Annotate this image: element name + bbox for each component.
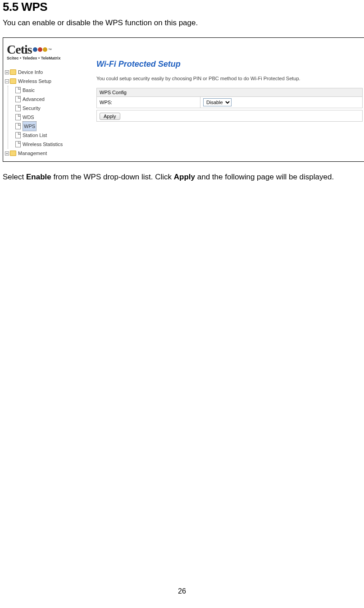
collapse-icon[interactable]: − — [5, 79, 9, 83]
file-icon — [15, 141, 21, 147]
tree-label: Management — [18, 149, 47, 158]
post-instruction-text: Select Enable from the WPS drop-down lis… — [3, 172, 361, 183]
apply-row: Apply — [96, 110, 363, 122]
tree-item-management[interactable]: + Management — [5, 149, 96, 158]
panel-description: You could setup security easily by choos… — [96, 75, 363, 82]
file-icon — [15, 96, 21, 102]
file-icon — [15, 105, 21, 111]
tree-label: Device Info — [18, 68, 43, 77]
wps-label: WPS: — [97, 97, 200, 108]
tree-item-wps[interactable]: WPS — [8, 122, 96, 131]
config-header: WPS Config — [97, 88, 363, 97]
navigation-tree: + Device Info − Wireless Setup Basic — [5, 68, 96, 158]
folder-closed-icon — [10, 151, 16, 156]
logo-text: Cetis — [7, 42, 32, 57]
file-icon — [15, 87, 21, 93]
logo-dots-icon — [33, 47, 47, 52]
panel-title: Wi-Fi Protected Setup — [96, 59, 363, 69]
tree-label: Wireless Statistics — [23, 140, 63, 149]
tree-item-basic[interactable]: Basic — [8, 86, 96, 95]
intro-text: You can enable or disable the WPS functi… — [3, 18, 361, 27]
tree-item-device-info[interactable]: + Device Info — [5, 68, 96, 77]
wps-config-table: WPS Config WPS: Disable — [96, 88, 363, 108]
logo-area: Cetis ™ Scitec • Teledex • TeleMatrix — [5, 41, 96, 65]
sidebar: Cetis ™ Scitec • Teledex • TeleMatrix + … — [3, 38, 96, 161]
file-icon — [15, 123, 21, 129]
tree-item-wds[interactable]: WDS — [8, 113, 96, 122]
wps-dropdown[interactable]: Disable — [203, 98, 232, 106]
logo-trademark: ™ — [48, 48, 52, 52]
tree-label: Security — [23, 104, 41, 113]
tree-label: WDS — [23, 113, 34, 122]
file-icon — [15, 114, 21, 120]
tree-label: Wireless Setup — [18, 77, 51, 86]
main-panel: Wi-Fi Protected Setup You could setup se… — [96, 38, 364, 161]
logo-subtitle: Scitec • Teledex • TeleMatrix — [7, 56, 96, 60]
tree-item-station-list[interactable]: Station List — [8, 131, 96, 140]
tree-label: Advanced — [23, 95, 45, 104]
wps-value-cell: Disable — [200, 97, 363, 108]
expand-icon[interactable]: + — [5, 70, 9, 74]
tree-item-wireless-statistics[interactable]: Wireless Statistics — [8, 140, 96, 149]
expand-icon[interactable]: + — [5, 151, 9, 155]
folder-closed-icon — [10, 69, 16, 75]
tree-item-advanced[interactable]: Advanced — [8, 95, 96, 104]
folder-open-icon — [10, 78, 16, 84]
screenshot-container: Cetis ™ Scitec • Teledex • TeleMatrix + … — [3, 37, 364, 162]
file-icon — [15, 132, 21, 138]
section-heading: 5.5 WPS — [3, 0, 361, 14]
tree-item-security[interactable]: Security — [8, 104, 96, 113]
tree-label-selected: WPS — [23, 121, 36, 131]
page-number: 26 — [0, 587, 364, 595]
tree-label: Station List — [23, 131, 47, 140]
tree-label: Basic — [23, 86, 35, 95]
apply-button[interactable]: Apply — [100, 113, 120, 120]
tree-item-wireless-setup[interactable]: − Wireless Setup — [5, 77, 96, 86]
